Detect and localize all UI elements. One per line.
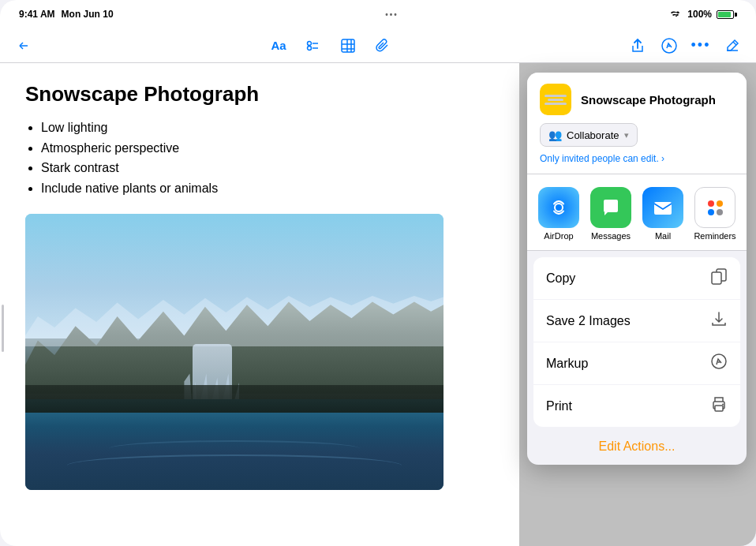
airdrop-app[interactable]: AirDrop (537, 187, 581, 241)
svg-point-15 (555, 204, 563, 211)
compose-button[interactable] (721, 35, 743, 57)
date: Mon Jun 10 (62, 9, 114, 20)
edit-actions-button[interactable]: Edit Actions... (599, 439, 676, 454)
status-bar-left: 9:41 AM Mon Jun 10 (19, 9, 114, 20)
note-image (25, 214, 443, 490)
messages-label: Messages (591, 231, 631, 241)
collaborate-row: 👥 Collaborate ▾ (540, 123, 734, 147)
reminders-label: Reminders (694, 231, 735, 241)
attachment-button[interactable] (372, 35, 394, 57)
markup-action[interactable]: Markup (533, 342, 740, 385)
table-button[interactable] (337, 35, 359, 57)
copy-icon (710, 267, 728, 289)
status-bar: 9:41 AM Mon Jun 10 ••• 100% (0, 0, 756, 28)
time: 9:41 AM (19, 9, 55, 20)
center-dots: ••• (385, 10, 399, 19)
share-note-title: Snowscape Photograph (581, 93, 716, 107)
messages-app[interactable]: Messages (589, 187, 633, 241)
copy-label: Copy (546, 271, 575, 286)
main-content: Snowscape Photograph Low lighting Atmosp… (0, 63, 756, 546)
more-button[interactable]: ••• (690, 35, 712, 57)
checklist-button[interactable] (302, 35, 324, 57)
toolbar: Aa (0, 28, 756, 63)
print-label: Print (546, 399, 572, 413)
airdrop-icon (538, 187, 579, 228)
mail-label: Mail (655, 231, 671, 241)
svg-rect-23 (715, 406, 723, 411)
airdrop-label: AirDrop (544, 231, 573, 241)
svg-point-3 (308, 41, 312, 45)
svg-point-24 (722, 404, 724, 406)
scroll-hint (2, 305, 4, 352)
invite-only-label: Only invited people can edit. (540, 153, 659, 164)
save-images-label: Save 2 Images (546, 314, 631, 328)
markup-label: Markup (546, 357, 588, 371)
apps-row: AirDrop Messages (537, 187, 737, 241)
print-action[interactable]: Print (533, 385, 740, 427)
reminders-icon (694, 187, 735, 228)
invite-only-text[interactable]: Only invited people can edit. › (540, 153, 734, 164)
chevron-down-icon: ▾ (624, 130, 629, 140)
arrow-right-icon: › (661, 153, 664, 164)
share-button[interactable] (627, 35, 649, 57)
save-icon (710, 310, 728, 331)
save-images-action[interactable]: Save 2 Images (533, 300, 740, 342)
copy-action[interactable]: Copy (533, 257, 740, 300)
svg-point-21 (712, 354, 726, 368)
status-bar-right: 100% (670, 9, 737, 21)
svg-rect-20 (712, 272, 721, 284)
share-actions: Copy Save 2 Images (533, 257, 740, 427)
svg-point-5 (308, 46, 312, 50)
svg-line-13 (733, 42, 736, 45)
reminders-app[interactable]: Reminders (693, 187, 737, 241)
collaborate-label: Collaborate (567, 129, 619, 141)
share-note-icon (540, 84, 571, 115)
back-button[interactable] (13, 35, 35, 57)
mail-icon (642, 187, 683, 228)
messages-icon (590, 187, 631, 228)
markup-icon (710, 353, 728, 374)
battery-pct: 100% (687, 9, 712, 20)
collaborate-button[interactable]: 👥 Collaborate ▾ (540, 123, 638, 147)
text-format-button[interactable]: Aa (268, 35, 290, 57)
wifi-icon (670, 9, 683, 21)
print-icon (710, 395, 728, 417)
mail-app[interactable]: Mail (641, 187, 685, 241)
share-apps: AirDrop Messages (527, 174, 747, 251)
share-title-row: Snowscape Photograph (540, 84, 734, 115)
status-bar-center: ••• (385, 10, 399, 19)
people-icon: 👥 (548, 129, 562, 141)
svg-rect-7 (342, 39, 354, 52)
edit-actions: Edit Actions... (527, 433, 747, 465)
battery-icon (717, 10, 737, 19)
share-panel: Snowscape Photograph 👥 Collaborate ▾ Onl… (527, 73, 747, 465)
ipad-frame: 9:41 AM Mon Jun 10 ••• 100% (0, 0, 756, 546)
markup-button[interactable] (658, 35, 680, 57)
share-header: Snowscape Photograph 👥 Collaborate ▾ Onl… (527, 73, 747, 174)
svg-rect-16 (654, 202, 672, 215)
